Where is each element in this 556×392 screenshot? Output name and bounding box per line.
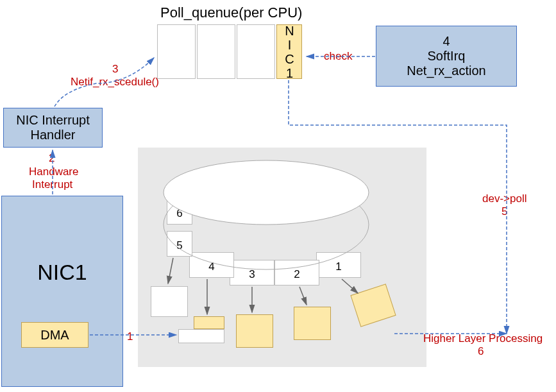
ring-cell-2: 2 <box>274 260 319 285</box>
softirq-number: 4 <box>442 34 450 49</box>
check-label: check <box>324 50 352 63</box>
step2-line2: Interrupt <box>32 178 72 191</box>
dev-poll-line1: dev->poll <box>482 192 527 205</box>
dev-poll-line2: 5 <box>501 205 507 218</box>
step2-number: 2 <box>49 152 55 165</box>
higher-line2: 6 <box>478 345 484 358</box>
nic-handler-line2: Handler <box>30 128 75 142</box>
step2-line1: Handware <box>29 166 79 178</box>
step1-label: 1 <box>127 330 133 343</box>
softirq-line1: SoftIrq <box>428 49 466 64</box>
higher-line1: Higher Layer Processing <box>423 332 543 345</box>
packet <box>294 307 331 340</box>
queue-nic1-slot: NIC1 <box>276 24 302 79</box>
diagram-title: Poll_quenue(per CPU) <box>160 4 302 21</box>
queue-slot <box>237 24 275 79</box>
nic1-box: NIC1 <box>1 196 123 387</box>
ring-cell-4: 4 <box>189 252 234 278</box>
nic1-label: NIC1 <box>37 260 87 285</box>
step3-func: Netif_rx_scedule() <box>71 76 159 89</box>
queue-slot <box>157 24 196 79</box>
nic-handler-box: NIC Interrupt Handler <box>3 108 103 148</box>
ring-cell-3: 3 <box>230 260 274 285</box>
packet <box>236 314 273 348</box>
nic-handler-line1: NIC Interrupt <box>16 113 89 128</box>
queue-nic1-label: NIC1 <box>282 24 297 80</box>
ring-cell-7: 7 <box>192 176 237 202</box>
ring-cell-1: 1 <box>316 252 361 278</box>
dma-label: DMA <box>40 328 69 343</box>
ring-cell-8: 8 <box>237 172 282 198</box>
step3-number: 3 <box>112 63 118 76</box>
ring-cell-5: 5 <box>167 231 192 257</box>
dma-box: DMA <box>21 322 88 348</box>
softirq-box: 4 SoftIrq Net_rx_action <box>376 26 517 87</box>
ring-cell-6: 6 <box>167 199 192 225</box>
ring-cell-9: ... <box>282 173 327 199</box>
packet-small <box>194 316 224 329</box>
packet-empty <box>151 286 188 317</box>
queue-slot <box>197 24 235 79</box>
packet-base <box>178 329 224 343</box>
softirq-line2: Net_rx_action <box>407 64 485 78</box>
